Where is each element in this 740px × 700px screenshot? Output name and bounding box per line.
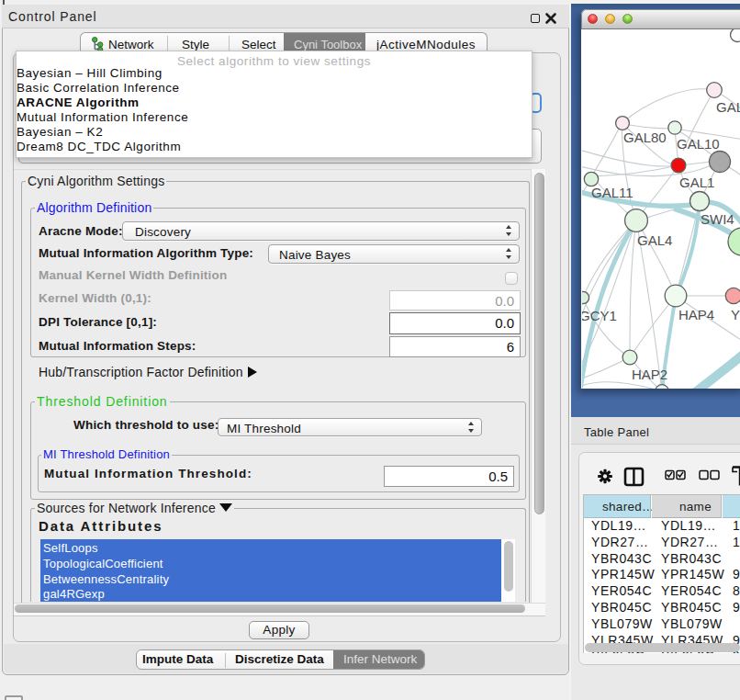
svg-text:SWI4: SWI4 (701, 211, 734, 227)
svg-text:HAP4: HAP4 (678, 307, 714, 322)
svg-text:GAL10: GAL10 (677, 136, 720, 152)
svg-text:GAL11: GAL11 (591, 185, 633, 200)
svg-text:GAL80: GAL80 (623, 130, 667, 145)
svg-text:GCY1: GCY1 (582, 308, 617, 323)
svg-text:GAL7: GAL7 (716, 99, 740, 115)
svg-text:HAP2: HAP2 (632, 367, 667, 382)
svg-text:GAL1: GAL1 (679, 175, 714, 190)
svg-text:YJ: YJ (731, 307, 740, 322)
svg-text:GAL4: GAL4 (637, 232, 672, 248)
